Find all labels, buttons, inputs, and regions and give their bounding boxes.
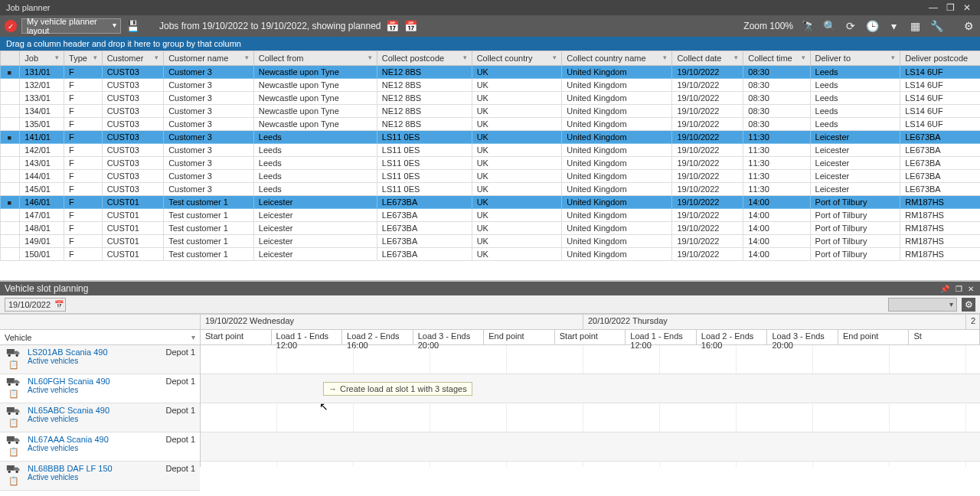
- vehicle-filter-icon[interactable]: ▾: [191, 333, 195, 341]
- filter-icon[interactable]: ▾: [245, 54, 249, 61]
- clipboard-icon[interactable]: 📋: [8, 476, 19, 486]
- filter-icon[interactable]: ▾: [55, 54, 59, 61]
- timeline-row[interactable]: [201, 462, 980, 467]
- row-selector[interactable]: [1, 118, 20, 131]
- search-icon[interactable]: 🔍: [822, 19, 836, 33]
- table-row[interactable]: 134/01 F CUST03 Customer 3 Newcastle upo…: [1, 105, 981, 118]
- row-selector[interactable]: [1, 157, 20, 170]
- vehicle-group[interactable]: Active vehicles: [28, 444, 161, 452]
- row-selector[interactable]: [1, 144, 20, 157]
- col-type[interactable]: Type▾: [64, 51, 103, 66]
- clipboard-icon[interactable]: 📋: [8, 447, 19, 457]
- table-row[interactable]: 148/01 F CUST01 Test customer 1 Leiceste…: [1, 222, 981, 235]
- row-selector[interactable]: [1, 209, 20, 222]
- table-row[interactable]: 132/01 F CUST03 Customer 3 Newcastle upo…: [1, 79, 981, 92]
- row-selector[interactable]: [1, 131, 20, 144]
- filter-icon[interactable]: ▾: [93, 54, 97, 61]
- panel-date-input[interactable]: 19/10/2022: [5, 298, 66, 312]
- col-collect-postcode[interactable]: Collect postcode▾: [377, 51, 472, 66]
- col-collect-country-name[interactable]: Collect country name▾: [562, 51, 672, 66]
- panel-pin-icon[interactable]: 📌: [939, 285, 951, 293]
- grouping-bar[interactable]: Drag a column header and drop it here to…: [0, 37, 980, 51]
- row-selector[interactable]: [1, 222, 20, 235]
- row-selector[interactable]: [1, 170, 20, 183]
- table-row[interactable]: 131/01 F CUST03 Customer 3 Newcastle upo…: [1, 66, 981, 79]
- calendar-prev-icon[interactable]: 📅: [386, 19, 400, 33]
- row-selector[interactable]: [1, 92, 20, 105]
- filter-icon[interactable]: ▾: [463, 54, 467, 61]
- filter-icon[interactable]: ▾: [891, 54, 895, 61]
- vehicle-reg[interactable]: NL65ABC: [28, 406, 65, 415]
- table-row[interactable]: 147/01 F CUST01 Test customer 1 Leiceste…: [1, 209, 981, 222]
- calendar-new-icon[interactable]: 📅: [404, 19, 418, 33]
- panel-gear-icon[interactable]: ⚙: [962, 298, 975, 312]
- col-collect-date[interactable]: Collect date▾: [672, 51, 743, 66]
- binoculars-icon[interactable]: 🔭: [801, 19, 815, 33]
- grid-icon[interactable]: ▦: [908, 19, 922, 33]
- table-row[interactable]: 149/01 F CUST01 Test customer 1 Leiceste…: [1, 235, 981, 248]
- vehicle-reg[interactable]: NL60FGH: [28, 377, 66, 386]
- row-selector[interactable]: [1, 248, 20, 261]
- timeline-row[interactable]: [201, 374, 980, 403]
- filter-icon[interactable]: ▾: [663, 54, 667, 61]
- col-deliver-to[interactable]: Deliver to▾: [810, 51, 900, 66]
- filter-icon[interactable]: ▾: [368, 54, 372, 61]
- row-selector[interactable]: [1, 79, 20, 92]
- table-row[interactable]: 143/01 F CUST03 Customer 3 Leeds LS11 0E…: [1, 157, 981, 170]
- filter-icon[interactable]: ▾: [887, 19, 900, 33]
- table-row[interactable]: 144/01 F CUST03 Customer 3 Leeds LS11 0E…: [1, 170, 981, 183]
- filter-icon[interactable]: ▾: [734, 54, 738, 61]
- row-selector[interactable]: [1, 235, 20, 248]
- panel-close-icon[interactable]: ✕: [966, 285, 975, 293]
- close-icon[interactable]: ✕: [960, 2, 974, 13]
- layout-select[interactable]: My vehicle planner layout: [21, 18, 121, 34]
- refresh-icon[interactable]: ⟳: [844, 19, 858, 33]
- vehicle-reg[interactable]: LS201AB: [28, 348, 63, 357]
- wrench-icon[interactable]: 🔧: [929, 19, 943, 33]
- table-row[interactable]: 133/01 F CUST03 Customer 3 Newcastle upo…: [1, 92, 981, 105]
- col-customer[interactable]: Customer▾: [102, 51, 164, 66]
- col-job[interactable]: Job▾: [20, 51, 64, 66]
- col-collect-country[interactable]: Collect country▾: [472, 51, 562, 66]
- vehicle-header-cell[interactable]: Vehicle ▾: [0, 330, 201, 345]
- vehicle-row[interactable]: 📋 NL65ABC Scania 490 Active vehicles Dep…: [0, 403, 200, 432]
- filter-icon[interactable]: ▾: [802, 54, 805, 61]
- clipboard-icon[interactable]: 📋: [8, 389, 19, 399]
- clock-icon[interactable]: 🕒: [865, 19, 879, 33]
- clipboard-icon[interactable]: 📋: [8, 360, 19, 370]
- validate-icon[interactable]: ✓: [5, 20, 17, 32]
- vehicle-group[interactable]: Active vehicles: [28, 415, 161, 423]
- table-row[interactable]: 141/01 F CUST03 Customer 3 Leeds LS11 0E…: [1, 131, 981, 144]
- minimize-icon[interactable]: —: [926, 2, 941, 13]
- timeline-row[interactable]: [201, 403, 980, 432]
- table-row[interactable]: 142/01 F CUST03 Customer 3 Leeds LS11 0E…: [1, 144, 981, 157]
- vehicle-group[interactable]: Active vehicles: [28, 473, 161, 481]
- panel-restore-icon[interactable]: ❐: [954, 285, 964, 293]
- gear-icon[interactable]: ⚙: [962, 19, 975, 33]
- table-row[interactable]: 135/01 F CUST03 Customer 3 Newcastle upo…: [1, 118, 981, 131]
- vehicle-row[interactable]: 📋 NL68BBB DAF LF 150 Active vehicles Dep…: [0, 462, 200, 491]
- col-collect-time[interactable]: Collect time▾: [743, 51, 810, 66]
- col-customer-name[interactable]: Customer name▾: [164, 51, 254, 66]
- vehicle-reg[interactable]: NL67AAA: [28, 435, 64, 444]
- vehicle-group[interactable]: Active vehicles: [28, 386, 161, 394]
- table-row[interactable]: 146/01 F CUST01 Test customer 1 Leiceste…: [1, 196, 981, 209]
- vehicle-reg[interactable]: NL68BBB: [28, 464, 64, 473]
- timeline-row[interactable]: [201, 345, 980, 374]
- row-selector[interactable]: [1, 66, 20, 79]
- col-collect-from[interactable]: Collect from▾: [253, 51, 377, 66]
- row-selector[interactable]: [1, 196, 20, 209]
- vehicle-group[interactable]: Active vehicles: [28, 357, 161, 365]
- vehicle-row[interactable]: 📋 LS201AB Scania 490 Active vehicles Dep…: [0, 345, 200, 374]
- save-icon[interactable]: 💾: [126, 19, 139, 33]
- filter-icon[interactable]: ▾: [155, 54, 158, 61]
- timeline-row[interactable]: [201, 432, 980, 462]
- vehicle-filter-select[interactable]: [888, 298, 957, 312]
- table-row[interactable]: 150/01 F CUST01 Test customer 1 Leiceste…: [1, 248, 981, 261]
- row-selector[interactable]: [1, 105, 20, 118]
- restore-icon[interactable]: ❐: [943, 2, 958, 13]
- col-select[interactable]: [1, 51, 20, 66]
- vehicle-row[interactable]: 📋 NL60FGH Scania 490 Active vehicles Dep…: [0, 374, 200, 403]
- table-row[interactable]: 145/01 F CUST03 Customer 3 Leeds LS11 0E…: [1, 183, 981, 196]
- clipboard-icon[interactable]: 📋: [8, 418, 19, 428]
